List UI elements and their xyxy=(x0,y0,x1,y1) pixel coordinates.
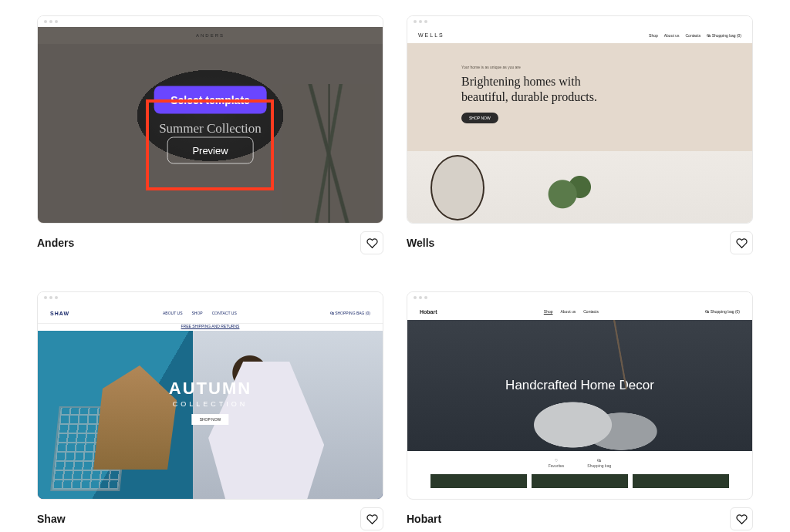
heart-icon xyxy=(736,513,748,525)
template-card-shaw: SHAW ABOUT US SHOP CONTACT US 🛍 SHOPPING… xyxy=(37,291,383,530)
heart-icon xyxy=(366,237,378,249)
template-name: Hobart xyxy=(407,513,441,525)
template-thumbnail[interactable]: WELLS Shop About us Contacts 🛍 Shopping … xyxy=(407,15,753,224)
preview-brand: SHAW xyxy=(50,311,69,316)
select-template-button[interactable]: Select template xyxy=(154,86,267,114)
browser-chrome xyxy=(407,16,752,27)
preview-footer: ♡Favorites 🛍Shopping bag xyxy=(407,451,752,474)
browser-chrome xyxy=(38,292,383,303)
preview-nav: Hobart Shop About us Contacts 🛍 Shopping… xyxy=(407,303,752,320)
preview-tagline: Your home is as unique as you are xyxy=(461,65,752,69)
template-name: Wells xyxy=(407,237,434,249)
template-thumbnail[interactable]: ANDERS Summer Collection Select template… xyxy=(37,15,383,224)
favorite-button[interactable] xyxy=(360,507,383,530)
preview-brand: Hobart xyxy=(420,309,437,315)
template-name: Shaw xyxy=(37,513,66,525)
favorite-button[interactable] xyxy=(360,231,383,254)
preview-brand: WELLS xyxy=(418,32,444,38)
heart-icon xyxy=(736,237,748,249)
template-card-hobart: Hobart Shop About us Contacts 🛍 Shopping… xyxy=(407,291,753,530)
preview-button[interactable]: Preview xyxy=(167,137,253,164)
preview-banner: FREE SHIPPING AND RETURNS xyxy=(38,323,383,331)
template-name: Anders xyxy=(37,237,74,249)
favorite-button[interactable] xyxy=(730,231,753,254)
browser-chrome xyxy=(38,16,383,27)
template-card-wells: WELLS Shop About us Contacts 🛍 Shopping … xyxy=(407,15,753,254)
preview-headline: Brightening homes with beautiful, durabl… xyxy=(461,74,752,105)
heart-icon xyxy=(366,513,378,525)
preview-hero-text: AUTUMN COLLECTION SHOP NOW xyxy=(169,379,252,425)
preview-cta: SHOP NOW xyxy=(461,113,498,123)
template-grid: ANDERS Summer Collection Select template… xyxy=(37,15,753,530)
template-card-anders: ANDERS Summer Collection Select template… xyxy=(37,15,383,254)
favorite-button[interactable] xyxy=(730,507,753,530)
preview-nav: WELLS Shop About us Contacts 🛍 Shopping … xyxy=(407,27,752,43)
template-thumbnail[interactable]: SHAW ABOUT US SHOP CONTACT US 🛍 SHOPPING… xyxy=(37,291,383,500)
template-thumbnail[interactable]: Hobart Shop About us Contacts 🛍 Shopping… xyxy=(407,291,753,500)
preview-nav: SHAW ABOUT US SHOP CONTACT US 🛍 SHOPPING… xyxy=(38,303,383,323)
browser-chrome xyxy=(407,292,752,303)
